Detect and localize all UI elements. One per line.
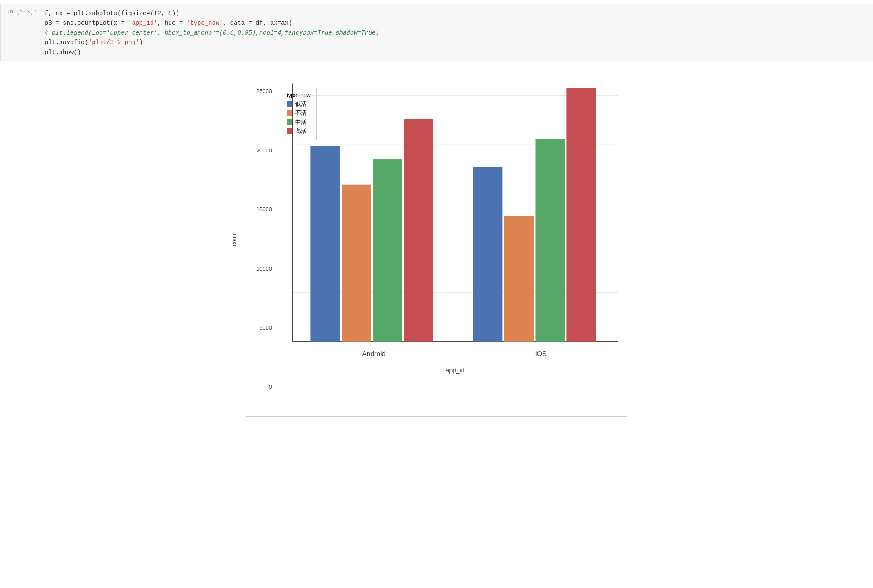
code-line-2: p3 = sns.countplot(x = 'app_id', hue = '… xyxy=(45,18,869,28)
code-string: 'type_now' xyxy=(187,19,223,26)
code-text: f, ax = plt.subplots(figsize=(12, 8)) xyxy=(45,10,179,17)
x-axis-title: app_id xyxy=(446,367,465,374)
y-axis-title: count xyxy=(231,232,237,246)
y-tick-20000: 20000 xyxy=(256,147,275,154)
bar-ios-gaohuo xyxy=(566,88,596,342)
cell-label: In [153]: xyxy=(1,8,40,58)
bar-android-buhuo xyxy=(342,185,371,342)
x-label-android: Android xyxy=(362,350,385,358)
code-cell: In [153]: f, ax = plt.subplots(figsize=(… xyxy=(0,4,873,61)
code-text: p3 = sns.countplot(x = xyxy=(45,19,128,26)
code-line-5: plt.show() xyxy=(45,48,869,57)
code-text: , data = df, ax=ax) xyxy=(223,19,292,26)
bar-ios-zhonghuo xyxy=(535,139,565,342)
bar-android-zhonghuo xyxy=(373,159,402,342)
code-string: 'plot/3-2.png' xyxy=(88,39,139,46)
y-tick-25000: 25000 xyxy=(256,88,275,94)
bar-ios-buhuo xyxy=(504,216,534,342)
code-line-4: plt.savefig('plot/3-2.png') xyxy=(45,38,869,47)
code-comment: # plt.legend(loc='upper center', bbox_to… xyxy=(45,29,379,36)
y-tick-10000: 10000 xyxy=(256,265,275,272)
x-label-ios: IOS xyxy=(535,350,547,358)
code-text: plt.savefig( xyxy=(45,39,88,46)
chart-wrapper: type_now 低活 不活 中活 高活 25000 20000 15000 xyxy=(0,70,873,425)
y-tick-15000: 15000 xyxy=(256,206,275,213)
chart-container: type_now 低活 不活 中活 高活 25000 20000 15000 xyxy=(246,79,627,417)
y-axis: 25000 20000 15000 10000 5000 0 count xyxy=(246,88,275,390)
code-line-1: f, ax = plt.subplots(figsize=(12, 8)) xyxy=(45,9,869,18)
chart-svg: Android IOS app_id xyxy=(275,79,627,394)
bar-android-dihua xyxy=(310,146,340,342)
code-text: ) xyxy=(139,39,142,46)
code-line-3: # plt.legend(loc='upper center', bbox_to… xyxy=(45,28,869,38)
cell-code: f, ax = plt.subplots(figsize=(12, 8)) p3… xyxy=(40,8,873,58)
code-text: , hue = xyxy=(157,19,186,26)
code-text: plt.show() xyxy=(45,49,81,56)
y-tick-0: 0 xyxy=(269,384,275,390)
bar-ios-dihua xyxy=(473,167,503,341)
y-tick-5000: 5000 xyxy=(259,324,275,331)
bar-android-gaohuo xyxy=(404,119,433,342)
code-string: 'app_id' xyxy=(128,19,157,26)
